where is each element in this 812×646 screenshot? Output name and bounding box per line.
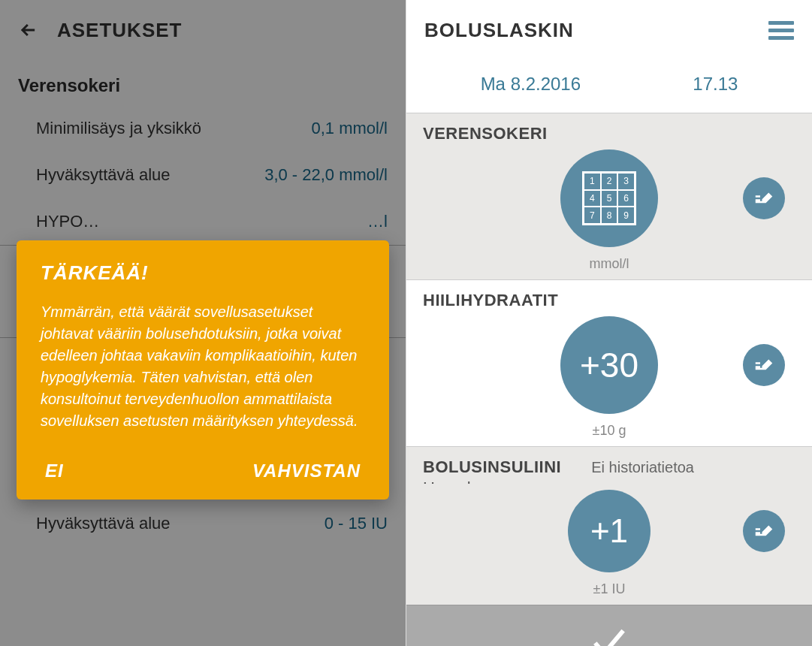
modal-actions: EI VAHVISTAN (41, 460, 365, 481)
bg-keypad-button[interactable]: 123456789 (560, 149, 658, 247)
carbs-section: HIILIHYDRAATIT +30 ±10 g (406, 279, 812, 446)
carbs-value-button[interactable]: +30 (560, 316, 658, 414)
checkmark-icon (588, 622, 630, 647)
date-value[interactable]: Ma 8.2.2016 (481, 74, 581, 95)
edit-button[interactable] (743, 510, 785, 552)
bg-unit: mmol/l (406, 253, 812, 279)
settings-pane: ASETUKSET Verensokeri Minimilisäys ja yk… (0, 0, 406, 646)
confirm-button[interactable]: VAHVISTAN (252, 460, 361, 481)
bolus-value: +1 (590, 512, 628, 550)
keypad-icon: 123456789 (582, 171, 636, 225)
bolus-input-body: +1 (406, 484, 812, 578)
pencil-icon (753, 520, 775, 542)
deny-button[interactable]: EI (45, 460, 64, 481)
important-modal: TÄRKEÄÄ! Ymmärrän, että väärät sovellusa… (17, 240, 389, 500)
confirm-bar[interactable] (406, 605, 812, 646)
edit-button[interactable] (743, 177, 785, 219)
calculator-title: BOLUSLASKIN (424, 19, 574, 42)
time-value[interactable]: 17.13 (693, 74, 738, 95)
carbs-value: +30 (580, 345, 638, 385)
modal-title: TÄRKEÄÄ! (41, 261, 365, 285)
modal-body: Ymmärrän, että väärät sovellusasetukset … (41, 301, 365, 432)
calculator-header: BOLUSLASKIN (406, 0, 812, 60)
calculator-pane: BOLUSLASKIN Ma 8.2.2016 17.13 VERENSOKER… (406, 0, 812, 646)
bg-input-body: 123456789 (406, 143, 812, 253)
bloodglucose-section: VERENSOKERI 123456789 mmol/l (406, 113, 812, 279)
bolus-section: BOLUSINSULIINI Humalog Mukautusarvo Ei h… (406, 446, 812, 605)
bolus-heading: BOLUSINSULIINI (423, 457, 561, 477)
bg-heading: VERENSOKERI (423, 124, 795, 143)
carbs-heading: HIILIHYDRAATIT (423, 291, 795, 310)
menu-icon[interactable] (768, 21, 794, 40)
datetime-row: Ma 8.2.2016 17.13 (406, 60, 812, 113)
pencil-icon (753, 354, 775, 376)
bolus-value-button[interactable]: +1 (568, 490, 651, 572)
edit-button[interactable] (743, 344, 785, 386)
bolus-unit: ±1 IU (406, 578, 812, 605)
carbs-input-body: +30 (406, 310, 812, 420)
pencil-icon (753, 187, 775, 210)
carbs-unit: ±10 g (406, 420, 812, 446)
